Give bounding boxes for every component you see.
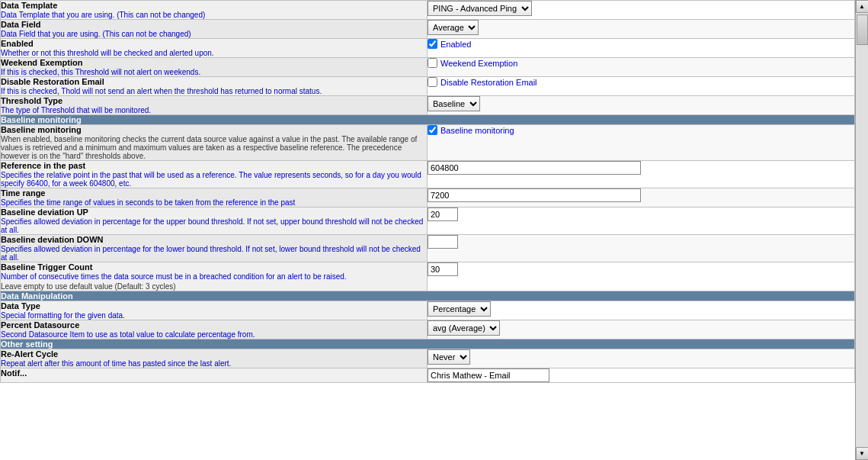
disable_restoration_email-checkbox[interactable]: [428, 77, 437, 87]
value-cell: [428, 207, 855, 235]
main-content: Data TemplateData Template that you are …: [0, 0, 855, 460]
weekend_exemption-checkbox-label: Weekend Exemption: [440, 59, 517, 68]
field-desc: Number of consecutive times the data sou…: [1, 272, 427, 281]
label-cell: Percent DatasourceSecond Datasource Item…: [1, 320, 428, 339]
form-row: Baseline Trigger CountNumber of consecut…: [1, 262, 855, 291]
enabled-checkbox-label: Enabled: [440, 40, 471, 49]
field-title: Baseline monitoring: [1, 125, 427, 134]
label-cell: Time rangeSpecifies the time range of va…: [1, 188, 428, 207]
value-cell: [428, 188, 855, 207]
weekend_exemption-label[interactable]: Weekend Exemption: [428, 58, 854, 68]
section-header-row: Other setting: [1, 339, 855, 349]
field-title: Time range: [1, 188, 427, 198]
form-table: Data TemplateData Template that you are …: [0, 0, 855, 383]
value-cell: Baseline: [428, 96, 855, 115]
reference_in_past-input[interactable]: [428, 161, 641, 175]
value-cell: Enabled: [428, 39, 855, 58]
value-cell: Baseline monitoring: [428, 125, 855, 161]
baseline_trigger_count-input[interactable]: [428, 262, 458, 276]
field-title: Reference in the past: [1, 161, 427, 170]
percent_datasource-select[interactable]: avg (Average): [428, 320, 500, 336]
form-row: Weekend ExemptionIf this is checked, thi…: [1, 58, 855, 77]
notification-input[interactable]: [428, 368, 549, 382]
value-cell: PING - Advanced Ping: [428, 1, 855, 20]
enabled-checkbox[interactable]: [428, 39, 437, 49]
data_field-select[interactable]: Average: [428, 20, 479, 35]
form-row: Data FieldData Field that you are using.…: [1, 20, 855, 39]
value-cell: avg (Average): [428, 320, 855, 339]
value-cell: Weekend Exemption: [428, 58, 855, 77]
field-desc: Specifies the relative point in the past…: [1, 171, 427, 188]
label-cell: Baseline monitoringWhen enabled, baselin…: [1, 125, 428, 161]
field-title: Data Field: [1, 20, 427, 29]
baseline_monitoring-checkbox-label: Baseline monitoring: [440, 126, 514, 135]
weekend_exemption-checkbox[interactable]: [428, 58, 437, 68]
re_alert_cycle-select[interactable]: Never: [428, 349, 470, 365]
field-desc: Specifies the time range of values in se…: [1, 198, 427, 207]
data_template-select[interactable]: PING - Advanced Ping: [428, 1, 532, 16]
label-cell: Re-Alert CycleRepeat alert after this am…: [1, 349, 428, 368]
field-title: Baseline deviation UP: [1, 207, 427, 217]
baseline_deviation_down-input[interactable]: [428, 235, 458, 249]
label-cell: Notif...: [1, 368, 428, 383]
baseline_deviation_up-input[interactable]: [428, 207, 458, 221]
value-cell: Disable Restoration Email: [428, 77, 855, 96]
field-title: Notif...: [1, 368, 427, 378]
field-title: Data Type: [1, 301, 427, 310]
field-desc: Data Template that you are using. (This …: [1, 11, 427, 19]
section-header: Other setting: [1, 339, 855, 349]
section-header: Data Manipulation: [1, 291, 855, 301]
form-row: EnabledWhether or not this threshold wil…: [1, 39, 855, 58]
value-cell: [428, 368, 855, 383]
field-desc: Whether or not this threshold will be ch…: [1, 49, 427, 57]
field-title: Weekend Exemption: [1, 58, 427, 67]
time_range-input[interactable]: [428, 188, 641, 202]
scroll-up-button[interactable]: ▲: [856, 0, 869, 13]
form-row: Baseline deviation UPSpecifies allowed d…: [1, 207, 855, 235]
baseline_monitoring-label[interactable]: Baseline monitoring: [428, 125, 854, 135]
field-title: Enabled: [1, 39, 427, 48]
form-row: Data TemplateData Template that you are …: [1, 1, 855, 20]
field-desc: Special formatting for the given data.: [1, 311, 427, 320]
field-title: Threshold Type: [1, 96, 427, 105]
label-cell: Baseline deviation DOWNSpecifies allowed…: [1, 235, 428, 262]
field-title: Percent Datasource: [1, 320, 427, 330]
label-cell: EnabledWhether or not this threshold wil…: [1, 39, 428, 58]
value-cell: [428, 262, 855, 291]
field-note: Leave empty to use default value (Defaul…: [1, 282, 427, 291]
value-cell: Average: [428, 20, 855, 39]
field-desc: Second Datasource Item to use as total v…: [1, 330, 427, 339]
field-desc: Repeat alert after this amount of time h…: [1, 359, 427, 368]
label-cell: Baseline Trigger CountNumber of consecut…: [1, 262, 428, 291]
enabled-label[interactable]: Enabled: [428, 39, 854, 49]
baseline_monitoring-checkbox[interactable]: [428, 125, 437, 135]
field-desc: If this is checked, Thold will not send …: [1, 87, 427, 95]
form-row: Percent DatasourceSecond Datasource Item…: [1, 320, 855, 339]
form-row: Notif...: [1, 368, 855, 383]
field-desc: When enabled, baseline monitoring checks…: [1, 135, 427, 160]
field-desc: The type of Threshold that will be monit…: [1, 106, 427, 114]
label-cell: Weekend ExemptionIf this is checked, thi…: [1, 58, 428, 77]
field-title: Re-Alert Cycle: [1, 349, 427, 359]
disable_restoration_email-label[interactable]: Disable Restoration Email: [428, 77, 854, 87]
form-row: Data TypeSpecial formatting for the give…: [1, 301, 855, 320]
label-cell: Threshold TypeThe type of Threshold that…: [1, 96, 428, 115]
section-header-row: Baseline monitoring: [1, 115, 855, 125]
threshold_type-select[interactable]: Baseline: [428, 96, 480, 111]
scroll-down-icon: ▼: [859, 450, 865, 457]
form-row: Baseline monitoringWhen enabled, baselin…: [1, 125, 855, 161]
disable_restoration_email-checkbox-label: Disable Restoration Email: [440, 78, 537, 87]
field-title: Disable Restoration Email: [1, 77, 427, 86]
field-title: Baseline deviation DOWN: [1, 235, 427, 244]
label-cell: Baseline deviation UPSpecifies allowed d…: [1, 207, 428, 235]
label-cell: Data TemplateData Template that you are …: [1, 1, 428, 20]
label-cell: Data FieldData Field that you are using.…: [1, 20, 428, 39]
scroll-up-icon: ▲: [859, 3, 865, 10]
data_type-select[interactable]: Percentage: [428, 301, 491, 317]
field-desc: If this is checked, this Threshold will …: [1, 68, 427, 76]
scroll-down-button[interactable]: ▼: [856, 447, 869, 460]
section-header: Baseline monitoring: [1, 115, 855, 125]
scroll-thumb[interactable]: [857, 14, 868, 45]
label-cell: Reference in the pastSpecifies the relat…: [1, 161, 428, 188]
section-header-row: Data Manipulation: [1, 291, 855, 301]
